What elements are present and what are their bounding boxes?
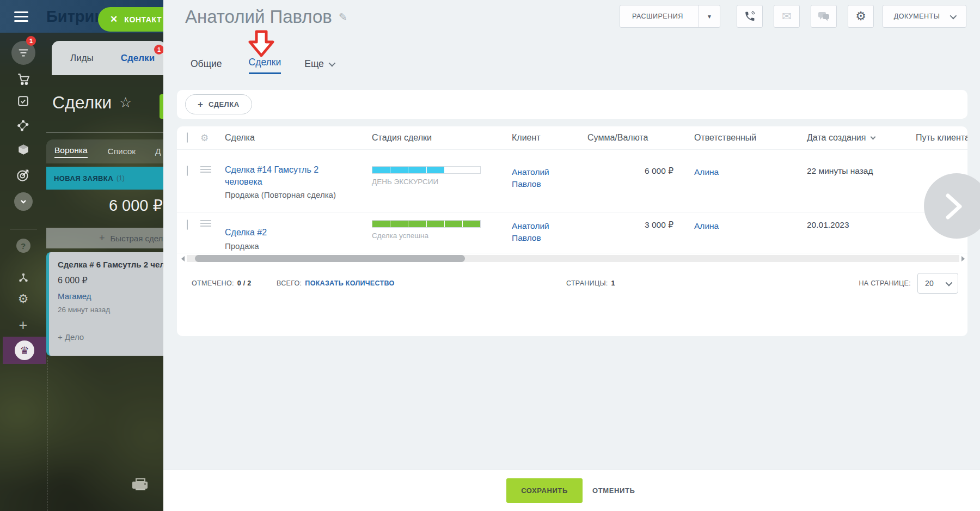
responsible-link[interactable]: Алина bbox=[694, 166, 719, 178]
deals-toolbar-panel: + СДЕЛКА bbox=[177, 90, 967, 119]
sidebar-item-shop[interactable] bbox=[0, 72, 46, 88]
gear-icon: ⚙ bbox=[855, 9, 866, 23]
card-add-activity-link[interactable]: + Дело bbox=[58, 332, 163, 342]
cancel-button[interactable]: ОТМЕНИТЬ bbox=[592, 478, 635, 503]
responsible-link[interactable]: Алина bbox=[694, 220, 719, 232]
stage-count: (1) bbox=[117, 174, 125, 182]
column-header-responsible[interactable]: Ответственный bbox=[675, 133, 803, 143]
tab-general[interactable]: Общие bbox=[191, 58, 222, 74]
sidebar-item-help[interactable]: ? bbox=[0, 239, 46, 253]
deal-title-link[interactable]: Сделка #2 bbox=[225, 227, 267, 239]
created-date: 22 минуты назад bbox=[803, 166, 915, 176]
column-header-amount[interactable]: Сумма/Валюта bbox=[577, 133, 675, 143]
column-header-deal[interactable]: Сделка bbox=[220, 133, 372, 143]
view-tab-clipped[interactable]: Д bbox=[155, 147, 161, 156]
scroll-right-arrow[interactable] bbox=[961, 256, 965, 261]
board-divider bbox=[46, 132, 163, 133]
column-header-created[interactable]: Дата создания bbox=[803, 133, 915, 143]
scroll-left-arrow[interactable] bbox=[181, 256, 185, 261]
crown-icon: ♛ bbox=[15, 340, 34, 360]
tab-deals-active[interactable]: Сделки bbox=[249, 57, 281, 74]
kanban-deal-card[interactable]: Сделка # 6 Гамсутль 2 человека 6 000 ₽ М… bbox=[46, 252, 163, 356]
extensions-label: РАСШИРЕНИЯ bbox=[620, 13, 699, 20]
deal-title-link[interactable]: Сделка #14 Гамсутль 2 человека bbox=[225, 164, 350, 187]
tab-deals[interactable]: Сделки bbox=[121, 53, 155, 64]
card-contact-link[interactable]: Магамед bbox=[58, 291, 163, 301]
sidebar-item-more[interactable] bbox=[0, 192, 46, 211]
sidebar-item-marketing[interactable] bbox=[0, 168, 46, 185]
card-timestamp: 26 минут назад bbox=[58, 306, 163, 314]
deals-board-title-text: Сделки bbox=[52, 93, 112, 113]
target-icon bbox=[16, 168, 30, 185]
chevron-down-icon bbox=[328, 60, 335, 67]
chat-button[interactable] bbox=[811, 5, 837, 28]
extensions-split-button[interactable]: РАСШИРЕНИЯ ▼ bbox=[620, 5, 720, 28]
sidebar-item-network[interactable] bbox=[0, 119, 46, 135]
rail-divider bbox=[10, 229, 37, 229]
crm-section-tabs: Лиды Сделки bbox=[52, 41, 163, 75]
sidebar-item-crm-funnel[interactable] bbox=[0, 41, 46, 65]
select-all-checkbox[interactable] bbox=[187, 132, 188, 143]
column-header-client[interactable]: Клиент bbox=[512, 133, 577, 143]
sidebar-item-automation[interactable] bbox=[0, 271, 46, 287]
view-tab-funnel[interactable]: Воронка bbox=[54, 145, 88, 158]
client-link[interactable]: Анатолий Павлов bbox=[512, 166, 572, 190]
table-row[interactable]: Сделка #2 Продажа Сделка успешна Анатоли… bbox=[177, 212, 967, 253]
sidebar-item-tariff[interactable]: ♛ bbox=[3, 337, 46, 364]
board-view-tabs: Воронка Список Д bbox=[46, 139, 163, 163]
column-header-stage[interactable]: Стадия сделки bbox=[372, 133, 512, 143]
stage-label: ДЕНЬ ЭКСКУРСИИ bbox=[372, 178, 512, 186]
tab-leads[interactable]: Лиды bbox=[70, 53, 94, 64]
sidebar-item-tasks[interactable] bbox=[0, 94, 46, 110]
edit-pencil-icon[interactable]: ✎ bbox=[339, 11, 347, 23]
sidebar-item-settings[interactable]: ⚙ bbox=[0, 293, 46, 305]
view-tab-list[interactable]: Список bbox=[108, 147, 136, 156]
page-title: Анатолий Павлов ✎ bbox=[185, 7, 347, 27]
row-checkbox[interactable] bbox=[187, 220, 188, 230]
call-button[interactable] bbox=[737, 5, 763, 28]
task-check-icon bbox=[16, 94, 30, 110]
table-settings-gear-icon[interactable]: ⚙ bbox=[200, 132, 220, 144]
contact-entity-pill[interactable]: ✕ КОНТАКТ bbox=[98, 7, 163, 32]
sidebar-item-add[interactable]: + bbox=[0, 317, 46, 334]
deals-counter-badge: 1 bbox=[154, 45, 163, 54]
branch-icon bbox=[17, 271, 30, 287]
documents-button[interactable]: ДОКУМЕНТЫ bbox=[883, 5, 966, 28]
column-header-client-path[interactable]: Путь клиента bbox=[915, 133, 967, 143]
drag-handle-icon[interactable] bbox=[200, 220, 211, 228]
bottom-action-bar: СОХРАНИТЬ ОТМЕНИТЬ bbox=[163, 470, 980, 511]
tab-more[interactable]: Еще bbox=[304, 58, 334, 74]
card-deal-title[interactable]: Сделка # 6 Гамсутль 2 человека bbox=[58, 260, 163, 269]
client-link[interactable]: Анатолий Павлов bbox=[512, 220, 572, 244]
horizontal-scrollbar[interactable] bbox=[181, 254, 965, 263]
add-deal-button[interactable]: + СДЕЛКА bbox=[185, 94, 252, 114]
hidden-button-sliver bbox=[160, 94, 163, 119]
left-icon-rail: 1 bbox=[0, 33, 46, 511]
funnel-counter-badge: 1 bbox=[26, 36, 36, 46]
sidebar-item-products[interactable] bbox=[0, 143, 46, 159]
row-checkbox[interactable] bbox=[187, 166, 188, 176]
menu-hamburger-icon[interactable] bbox=[14, 11, 28, 22]
quick-deal-button[interactable]: + Быстрая сделка bbox=[46, 228, 163, 248]
scrollbar-thumb[interactable] bbox=[195, 255, 465, 262]
settings-button[interactable]: ⚙ bbox=[848, 5, 874, 28]
printer-icon[interactable] bbox=[132, 478, 149, 495]
background-deals-page: Битрикс24 ✕ КОНТАКТ 1 bbox=[0, 0, 163, 511]
per-page-select[interactable]: 20 bbox=[917, 273, 958, 294]
tab-more-label: Еще bbox=[304, 58, 324, 70]
documents-label: ДОКУМЕНТЫ bbox=[894, 13, 940, 20]
caret-down-icon[interactable]: ▼ bbox=[699, 14, 720, 20]
favorite-star-icon[interactable]: ☆ bbox=[119, 94, 132, 111]
network-icon bbox=[16, 119, 30, 135]
show-count-link[interactable]: ПОКАЗАТЬ КОЛИЧЕСТВО bbox=[305, 279, 394, 287]
save-button[interactable]: СОХРАНИТЬ bbox=[506, 478, 583, 503]
drag-handle-icon[interactable] bbox=[200, 166, 211, 174]
total-label: ВСЕГО: bbox=[277, 279, 302, 287]
mail-button[interactable]: ✉ bbox=[774, 5, 800, 28]
deals-table-panel: ⚙ Сделка Стадия сделки Клиент Сумма/Валю… bbox=[177, 126, 967, 336]
table-row[interactable]: Сделка #14 Гамсутль 2 человека Продажа (… bbox=[177, 150, 967, 212]
contact-pill-label: КОНТАКТ bbox=[124, 15, 162, 24]
stage-label: Сделка успешна bbox=[372, 232, 512, 240]
close-icon[interactable]: ✕ bbox=[110, 14, 118, 25]
kanban-stage-header[interactable]: НОВАЯ ЗАЯВКА (1) bbox=[46, 167, 163, 190]
